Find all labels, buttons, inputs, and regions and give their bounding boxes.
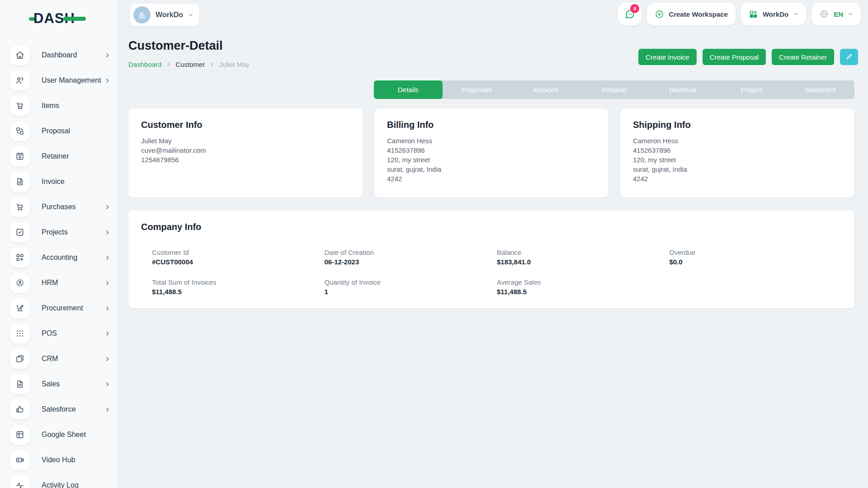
tab-proposals[interactable]: Proposals xyxy=(443,80,511,99)
overlap-squares-icon xyxy=(10,349,30,369)
chevron-right-icon xyxy=(104,280,110,286)
sidebar-item-retainer[interactable]: Retainer xyxy=(10,146,110,166)
person-target-icon xyxy=(10,273,30,293)
language-selector[interactable]: EN xyxy=(811,3,861,25)
home-icon xyxy=(10,45,30,65)
field-value: $11,488.5 xyxy=(497,288,670,296)
sidebar-item-label: Sales xyxy=(42,380,60,388)
workspace-menu-button[interactable]: WorkDo xyxy=(741,3,806,25)
workspace-menu-label: WorkDo xyxy=(763,10,788,18)
thumbs-up-icon xyxy=(10,399,30,419)
sidebar-item-label: Purchases xyxy=(42,203,76,211)
sidebar-item-label: POS xyxy=(42,329,57,338)
field-label: Customer Id xyxy=(152,249,325,256)
sidebar-item-purchases[interactable]: Purchases xyxy=(10,197,110,217)
sidebar-item-pos[interactable]: POS xyxy=(10,324,110,343)
sidebar-item-items[interactable]: Items xyxy=(10,96,110,116)
company-field-customer-id: Customer Id#CUST00004 xyxy=(152,249,325,266)
sidebar-item-label: CRM xyxy=(42,355,58,363)
sidebar-item-accounting[interactable]: Accounting xyxy=(10,248,110,267)
sidebar-item-label: Projects xyxy=(42,228,68,236)
card-title: Billing Info xyxy=(387,120,596,130)
sidebar-item-user-management[interactable]: User Management xyxy=(10,70,110,90)
sidebar-item-label: Retainer xyxy=(42,152,69,160)
sidebar-item-crm[interactable]: CRM xyxy=(10,349,110,369)
grid-plus-icon xyxy=(749,9,758,19)
card-line: cuve@mailinator.com xyxy=(141,145,350,155)
sidebar-item-invoice[interactable]: Invoice xyxy=(10,172,110,192)
field-label: Total Sum of Invoices xyxy=(152,278,325,286)
check-square-icon xyxy=(10,222,30,242)
card-title: Shipping Info xyxy=(633,120,842,130)
sidebar-item-projects[interactable]: Projects xyxy=(10,222,110,242)
chevron-down-icon xyxy=(188,12,193,18)
workspace-selector[interactable]: WorkDo xyxy=(130,4,199,26)
breadcrumb-customer[interactable]: Customer xyxy=(175,61,205,68)
card-line: 4152637896 xyxy=(387,145,596,155)
card-line: 4242 xyxy=(633,174,842,183)
company-field-total-sum-of-invoices: Total Sum of Invoices$11,488.5 xyxy=(152,278,325,296)
sidebar-item-label: Procurement xyxy=(42,304,83,312)
card-line: Juliet May xyxy=(141,136,350,145)
edit-customer-button[interactable] xyxy=(840,49,858,65)
sidebar-item-video-hub[interactable]: Video Hub xyxy=(10,450,110,470)
create-workspace-button[interactable]: Create Workspace xyxy=(647,3,736,25)
sidebar-item-google-sheet[interactable]: Google Sheet xyxy=(10,425,110,445)
sidebar-item-activity-log[interactable]: Activity Log xyxy=(10,475,110,488)
shipping-info-card: Shipping InfoCameron Hess4152637896120, … xyxy=(620,108,854,197)
chevron-right-icon xyxy=(104,407,110,413)
card-line: 120, my street xyxy=(633,155,842,164)
topbar-right: 0 Create Workspace WorkDo EN xyxy=(618,3,861,25)
sidebar-item-label: Invoice xyxy=(42,178,65,186)
customer-info-card: Customer InfoJuliet Maycuve@mailinator.c… xyxy=(128,108,363,197)
cart-icon xyxy=(10,96,30,116)
chevron-right-icon xyxy=(104,204,110,210)
tab-retainer[interactable]: Retainer xyxy=(580,80,649,99)
sidebar-item-sales[interactable]: Sales xyxy=(10,374,110,394)
grid-plus-icon xyxy=(10,248,30,267)
create-retainer-button[interactable]: Create Retainer xyxy=(772,49,834,65)
sidebar-item-procurement[interactable]: Procurement xyxy=(10,298,110,318)
card-line: Cameron Hess xyxy=(633,136,842,145)
sidebar-item-label: Google Sheet xyxy=(42,431,86,439)
sidebar-item-dashboard[interactable]: Dashboard xyxy=(10,45,110,65)
field-value: 1 xyxy=(325,288,497,296)
sidebar-item-label: Activity Log xyxy=(42,481,79,488)
building-icon xyxy=(137,10,146,19)
card-line: surat, gujrat, India xyxy=(387,164,596,174)
tab-invoices[interactable]: Invoices xyxy=(511,80,580,99)
tab-revenue[interactable]: Revenue xyxy=(648,80,717,99)
sidebar-item-hrm[interactable]: HRM xyxy=(10,273,110,293)
sidebar-item-label: Proposal xyxy=(42,127,70,135)
sidebar-item-label: User Management xyxy=(42,76,101,84)
chevron-right-icon xyxy=(104,230,110,235)
card-line: 120, my street xyxy=(387,155,596,164)
card-line: surat, gujrat, India xyxy=(633,164,842,174)
plus-circle-icon xyxy=(655,9,664,19)
field-label: Balance xyxy=(497,249,670,256)
sidebar-item-proposal[interactable]: Proposal xyxy=(10,121,110,141)
sidebar-item-label: HRM xyxy=(42,279,58,287)
create-proposal-button[interactable]: Create Proposal xyxy=(703,49,766,65)
sidebar-item-salesforce[interactable]: Salesforce xyxy=(10,399,110,419)
chevron-right-icon xyxy=(104,356,110,362)
chevron-right-icon xyxy=(104,78,110,84)
sidebar-item-label: Salesforce xyxy=(42,405,76,413)
card-title: Customer Info xyxy=(141,120,350,130)
tab-statement[interactable]: Statement xyxy=(786,80,854,99)
tab-details[interactable]: Details xyxy=(374,80,443,99)
breadcrumb-separator-icon xyxy=(209,62,214,67)
breadcrumb-juliet-may: Juliet May xyxy=(219,61,250,68)
dash-logo: DASH xyxy=(29,10,86,26)
company-field-balance: Balance$183,841.0 xyxy=(497,249,670,266)
tab-project[interactable]: Project xyxy=(717,80,786,99)
chevron-right-icon xyxy=(104,255,110,261)
breadcrumb-dashboard[interactable]: Dashboard xyxy=(128,61,161,68)
chevron-right-icon xyxy=(104,381,110,387)
company-field-quantity-of-invoice: Quantity of Invoice1 xyxy=(325,278,497,296)
video-icon xyxy=(10,450,30,470)
messages-button[interactable]: 0 xyxy=(618,3,642,25)
file-icon xyxy=(10,172,30,192)
create-invoice-button[interactable]: Create Invoice xyxy=(638,49,697,65)
field-label: Overdue xyxy=(670,249,842,256)
